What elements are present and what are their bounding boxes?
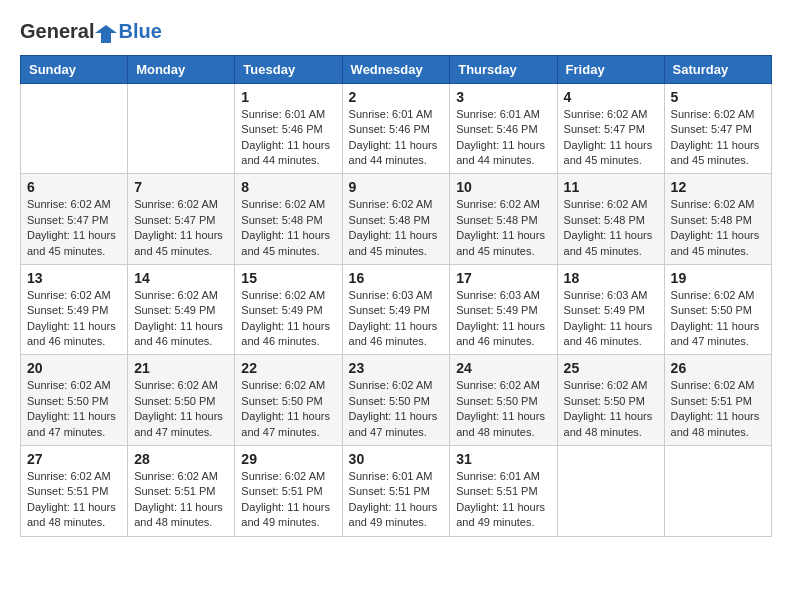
day-number: 24 xyxy=(456,360,550,376)
day-info: Sunrise: 6:03 AM Sunset: 5:49 PM Dayligh… xyxy=(564,288,658,350)
calendar-cell: 4Sunrise: 6:02 AM Sunset: 5:47 PM Daylig… xyxy=(557,83,664,174)
calendar-cell: 24Sunrise: 6:02 AM Sunset: 5:50 PM Dayli… xyxy=(450,355,557,446)
calendar-cell: 1Sunrise: 6:01 AM Sunset: 5:46 PM Daylig… xyxy=(235,83,342,174)
calendar-cell: 5Sunrise: 6:02 AM Sunset: 5:47 PM Daylig… xyxy=(664,83,771,174)
week-row-4: 20Sunrise: 6:02 AM Sunset: 5:50 PM Dayli… xyxy=(21,355,772,446)
day-info: Sunrise: 6:01 AM Sunset: 5:46 PM Dayligh… xyxy=(456,107,550,169)
day-info: Sunrise: 6:02 AM Sunset: 5:47 PM Dayligh… xyxy=(27,197,121,259)
day-info: Sunrise: 6:02 AM Sunset: 5:51 PM Dayligh… xyxy=(134,469,228,531)
calendar-cell: 28Sunrise: 6:02 AM Sunset: 5:51 PM Dayli… xyxy=(128,446,235,537)
day-number: 21 xyxy=(134,360,228,376)
calendar-cell: 11Sunrise: 6:02 AM Sunset: 5:48 PM Dayli… xyxy=(557,174,664,265)
day-number: 10 xyxy=(456,179,550,195)
calendar-cell: 22Sunrise: 6:02 AM Sunset: 5:50 PM Dayli… xyxy=(235,355,342,446)
calendar-cell: 26Sunrise: 6:02 AM Sunset: 5:51 PM Dayli… xyxy=(664,355,771,446)
calendar-cell: 3Sunrise: 6:01 AM Sunset: 5:46 PM Daylig… xyxy=(450,83,557,174)
day-number: 18 xyxy=(564,270,658,286)
day-info: Sunrise: 6:02 AM Sunset: 5:47 PM Dayligh… xyxy=(134,197,228,259)
day-number: 31 xyxy=(456,451,550,467)
logo: GeneralBlue xyxy=(20,20,162,45)
day-number: 1 xyxy=(241,89,335,105)
calendar-cell: 18Sunrise: 6:03 AM Sunset: 5:49 PM Dayli… xyxy=(557,264,664,355)
day-info: Sunrise: 6:02 AM Sunset: 5:51 PM Dayligh… xyxy=(671,378,765,440)
day-number: 15 xyxy=(241,270,335,286)
day-info: Sunrise: 6:02 AM Sunset: 5:51 PM Dayligh… xyxy=(241,469,335,531)
day-info: Sunrise: 6:02 AM Sunset: 5:50 PM Dayligh… xyxy=(671,288,765,350)
calendar-table: SundayMondayTuesdayWednesdayThursdayFrid… xyxy=(20,55,772,537)
calendar-cell: 27Sunrise: 6:02 AM Sunset: 5:51 PM Dayli… xyxy=(21,446,128,537)
week-row-2: 6Sunrise: 6:02 AM Sunset: 5:47 PM Daylig… xyxy=(21,174,772,265)
day-number: 12 xyxy=(671,179,765,195)
day-number: 9 xyxy=(349,179,444,195)
day-info: Sunrise: 6:02 AM Sunset: 5:50 PM Dayligh… xyxy=(241,378,335,440)
day-info: Sunrise: 6:02 AM Sunset: 5:47 PM Dayligh… xyxy=(564,107,658,169)
weekday-header-friday: Friday xyxy=(557,55,664,83)
day-info: Sunrise: 6:02 AM Sunset: 5:48 PM Dayligh… xyxy=(349,197,444,259)
day-info: Sunrise: 6:02 AM Sunset: 5:48 PM Dayligh… xyxy=(241,197,335,259)
logo-bird-icon xyxy=(95,23,117,45)
weekday-header-monday: Monday xyxy=(128,55,235,83)
week-row-1: 1Sunrise: 6:01 AM Sunset: 5:46 PM Daylig… xyxy=(21,83,772,174)
day-info: Sunrise: 6:02 AM Sunset: 5:48 PM Dayligh… xyxy=(564,197,658,259)
calendar-cell: 7Sunrise: 6:02 AM Sunset: 5:47 PM Daylig… xyxy=(128,174,235,265)
day-info: Sunrise: 6:01 AM Sunset: 5:46 PM Dayligh… xyxy=(241,107,335,169)
day-number: 26 xyxy=(671,360,765,376)
day-info: Sunrise: 6:02 AM Sunset: 5:48 PM Dayligh… xyxy=(671,197,765,259)
day-info: Sunrise: 6:02 AM Sunset: 5:50 PM Dayligh… xyxy=(27,378,121,440)
logo-general-text: GeneralBlue xyxy=(20,20,162,45)
day-number: 30 xyxy=(349,451,444,467)
weekday-header-thursday: Thursday xyxy=(450,55,557,83)
week-row-5: 27Sunrise: 6:02 AM Sunset: 5:51 PM Dayli… xyxy=(21,446,772,537)
day-info: Sunrise: 6:02 AM Sunset: 5:50 PM Dayligh… xyxy=(134,378,228,440)
day-number: 3 xyxy=(456,89,550,105)
weekday-header-row: SundayMondayTuesdayWednesdayThursdayFrid… xyxy=(21,55,772,83)
calendar-cell: 30Sunrise: 6:01 AM Sunset: 5:51 PM Dayli… xyxy=(342,446,450,537)
calendar-cell: 17Sunrise: 6:03 AM Sunset: 5:49 PM Dayli… xyxy=(450,264,557,355)
calendar-cell: 16Sunrise: 6:03 AM Sunset: 5:49 PM Dayli… xyxy=(342,264,450,355)
day-number: 25 xyxy=(564,360,658,376)
calendar-cell: 9Sunrise: 6:02 AM Sunset: 5:48 PM Daylig… xyxy=(342,174,450,265)
logo-text-blue: Blue xyxy=(118,20,161,42)
day-info: Sunrise: 6:02 AM Sunset: 5:48 PM Dayligh… xyxy=(456,197,550,259)
day-number: 2 xyxy=(349,89,444,105)
day-info: Sunrise: 6:02 AM Sunset: 5:49 PM Dayligh… xyxy=(27,288,121,350)
day-number: 27 xyxy=(27,451,121,467)
calendar-cell: 10Sunrise: 6:02 AM Sunset: 5:48 PM Dayli… xyxy=(450,174,557,265)
day-number: 17 xyxy=(456,270,550,286)
day-info: Sunrise: 6:02 AM Sunset: 5:49 PM Dayligh… xyxy=(241,288,335,350)
calendar-cell: 15Sunrise: 6:02 AM Sunset: 5:49 PM Dayli… xyxy=(235,264,342,355)
calendar-cell: 13Sunrise: 6:02 AM Sunset: 5:49 PM Dayli… xyxy=(21,264,128,355)
calendar-cell: 21Sunrise: 6:02 AM Sunset: 5:50 PM Dayli… xyxy=(128,355,235,446)
weekday-header-wednesday: Wednesday xyxy=(342,55,450,83)
weekday-header-saturday: Saturday xyxy=(664,55,771,83)
day-number: 14 xyxy=(134,270,228,286)
day-number: 6 xyxy=(27,179,121,195)
calendar-cell: 20Sunrise: 6:02 AM Sunset: 5:50 PM Dayli… xyxy=(21,355,128,446)
day-info: Sunrise: 6:02 AM Sunset: 5:50 PM Dayligh… xyxy=(349,378,444,440)
day-info: Sunrise: 6:01 AM Sunset: 5:46 PM Dayligh… xyxy=(349,107,444,169)
day-number: 13 xyxy=(27,270,121,286)
day-info: Sunrise: 6:03 AM Sunset: 5:49 PM Dayligh… xyxy=(456,288,550,350)
day-number: 11 xyxy=(564,179,658,195)
day-info: Sunrise: 6:01 AM Sunset: 5:51 PM Dayligh… xyxy=(349,469,444,531)
calendar-cell: 8Sunrise: 6:02 AM Sunset: 5:48 PM Daylig… xyxy=(235,174,342,265)
day-number: 19 xyxy=(671,270,765,286)
calendar-cell xyxy=(664,446,771,537)
calendar-cell xyxy=(128,83,235,174)
day-number: 28 xyxy=(134,451,228,467)
calendar-cell: 25Sunrise: 6:02 AM Sunset: 5:50 PM Dayli… xyxy=(557,355,664,446)
calendar-cell: 2Sunrise: 6:01 AM Sunset: 5:46 PM Daylig… xyxy=(342,83,450,174)
day-number: 16 xyxy=(349,270,444,286)
calendar-cell: 12Sunrise: 6:02 AM Sunset: 5:48 PM Dayli… xyxy=(664,174,771,265)
day-number: 5 xyxy=(671,89,765,105)
day-number: 29 xyxy=(241,451,335,467)
day-number: 4 xyxy=(564,89,658,105)
week-row-3: 13Sunrise: 6:02 AM Sunset: 5:49 PM Dayli… xyxy=(21,264,772,355)
calendar-cell: 19Sunrise: 6:02 AM Sunset: 5:50 PM Dayli… xyxy=(664,264,771,355)
day-number: 7 xyxy=(134,179,228,195)
calendar-cell: 6Sunrise: 6:02 AM Sunset: 5:47 PM Daylig… xyxy=(21,174,128,265)
day-info: Sunrise: 6:01 AM Sunset: 5:51 PM Dayligh… xyxy=(456,469,550,531)
day-number: 8 xyxy=(241,179,335,195)
logo-text-general: General xyxy=(20,20,94,42)
page-header: GeneralBlue xyxy=(20,20,772,45)
